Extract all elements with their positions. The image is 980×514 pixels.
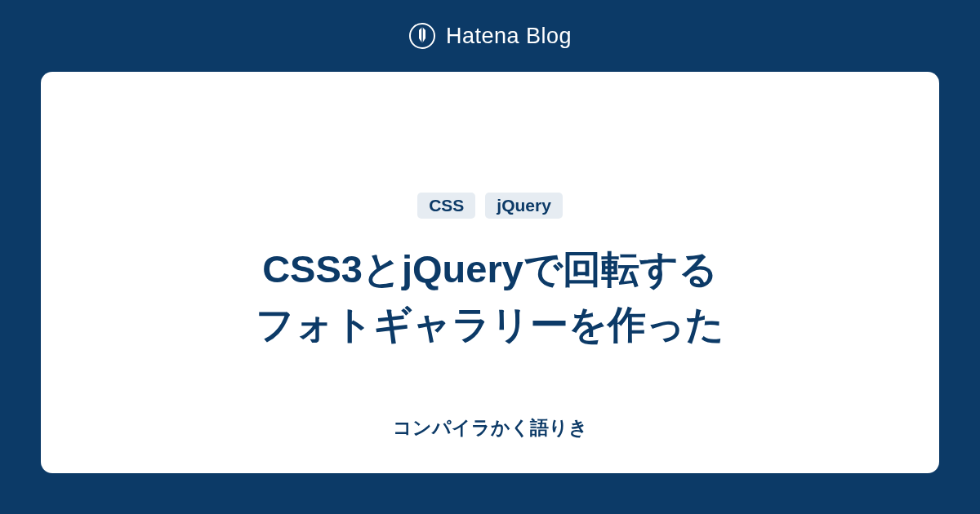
tag-jquery[interactable]: jQuery <box>485 193 563 219</box>
header: Hatena Blog <box>408 0 572 72</box>
brand-name: Hatena Blog <box>446 24 572 49</box>
hatena-logo-icon <box>408 22 436 50</box>
article-title: CSS3とjQueryで回転するフォトギャラリーを作った <box>256 241 724 352</box>
article-card: CSS jQuery CSS3とjQueryで回転するフォトギャラリーを作った … <box>41 72 939 473</box>
blog-name: コンパイラかく語りき <box>393 415 588 441</box>
tag-list: CSS jQuery <box>417 193 563 219</box>
tag-css[interactable]: CSS <box>417 193 475 219</box>
